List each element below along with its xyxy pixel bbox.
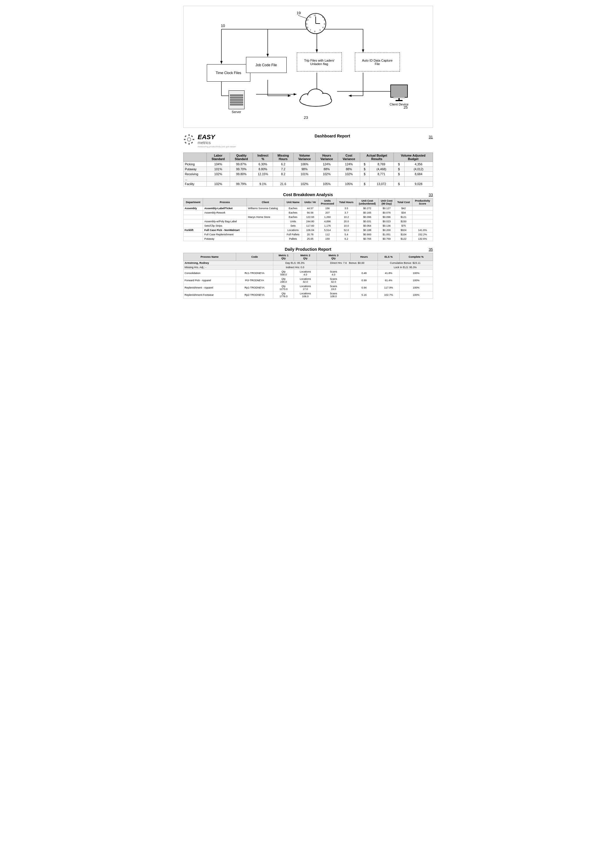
row-quality: 99.80% — [230, 171, 253, 176]
cb-ucost: $0.096 — [356, 215, 378, 219]
row-budget-sign: $ — [360, 181, 369, 186]
cb-uc90: $0.076 — [378, 210, 395, 215]
cb-client — [247, 232, 284, 237]
dp-els: 117.9% — [378, 284, 400, 291]
cb-col-client: Client — [247, 198, 284, 206]
employee-indirect-hrs: Indirect Hrs: 0.0 — [273, 265, 317, 270]
svg-point-56 — [308, 90, 323, 103]
svg-marker-8 — [362, 49, 364, 52]
cb-score: 141.6% — [412, 228, 433, 232]
cb-process: Assembly-Label/Ticket — [203, 206, 247, 210]
cost-table-row: Assembly-Rework Eaches 56.56 207 3.7 $0.… — [183, 210, 433, 215]
cb-units: 1,176 — [318, 223, 336, 228]
svg-point-57 — [187, 138, 191, 141]
cb-unit: Pallets — [284, 237, 302, 241]
row-missing: 7.2 — [273, 167, 294, 171]
dp-els: 41.8% — [378, 270, 400, 277]
cb-tcost: $104 — [395, 232, 412, 237]
row-volume: 102% — [293, 181, 315, 186]
dashboard-ref: 31 — [429, 134, 433, 139]
row-missing: 8.2 — [273, 171, 294, 176]
dp-process: Forward Pick - Apparel — [183, 277, 236, 284]
cb-ucost: $0.188 — [356, 228, 378, 232]
cost-table-row: Assembly-w/Poly Bag-Label Units 244.80 4… — [183, 219, 433, 223]
svg-text:11: 11 — [309, 16, 311, 18]
row-missing: 21.6 — [273, 181, 294, 186]
cb-uph: 117.60 — [302, 223, 318, 228]
row-budget-sign: $ — [360, 167, 369, 171]
row-missing: 6.2 — [273, 162, 294, 167]
svg-text:7: 7 — [310, 29, 311, 31]
row-volume — [293, 176, 315, 181]
col-header-budget: Actual BudgetResults — [360, 152, 394, 162]
cb-units: 207 — [318, 210, 336, 215]
svg-marker-19 — [348, 95, 351, 97]
cb-unit: Eaches — [284, 215, 302, 219]
cb-uph: 122.93 — [302, 215, 318, 219]
dashboard-table-row: Putaway 101% 99.70% 8.80% 7.2 98% 88% 88… — [183, 167, 433, 171]
dp-m2: Locations4.0 — [294, 270, 317, 277]
cb-uc90: $0.127 — [378, 206, 395, 210]
cb-col-tcost: Total Cost — [395, 198, 412, 206]
cb-uc90: $0.023 — [378, 219, 395, 223]
dashboard-report-section: LaborStandard QualityStandard Indirect% … — [183, 152, 433, 186]
row-name: Picking — [183, 162, 207, 167]
row-quality — [230, 176, 253, 181]
row-budget-val: 8,771 — [369, 171, 394, 176]
dashboard-table-row: Picking 104% 99.87% 6.30% 6.2 106% 124% … — [183, 162, 433, 167]
row-adj-sign: $ — [394, 181, 404, 186]
row-name: Receiving — [183, 171, 207, 176]
dp-col-m2: Metric 2Qty — [294, 253, 317, 261]
row-hours: 105% — [316, 181, 338, 186]
dashboard-table: LaborStandard QualityStandard Indirect% … — [183, 152, 433, 186]
cb-dept — [183, 223, 203, 228]
row-volume: 98% — [293, 167, 315, 171]
cb-uc90: $0.136 — [378, 223, 395, 228]
dp-complete: 100% — [399, 291, 433, 298]
svg-text:3: 3 — [324, 23, 325, 25]
row-adj-sign: $ — [394, 162, 404, 167]
cb-client — [247, 228, 284, 232]
clock-diagram: 12 1 2 3 4 5 6 7 8 9 10 11 — [304, 12, 327, 36]
cb-uph: 20.78 — [302, 232, 318, 237]
cb-unit: Eaches — [284, 210, 302, 215]
cb-client — [247, 210, 284, 215]
logo-metrics: metrics — [198, 141, 236, 145]
cb-units: 159 — [318, 237, 336, 241]
cb-hours: 6.2 — [336, 237, 356, 241]
cost-breakdown-table: Department Process Client Unit Name Unit… — [183, 198, 433, 241]
cb-hours: 10.0 — [336, 223, 356, 228]
col-header-labor: LaborStandard — [207, 152, 230, 162]
row-indirect: 12.15% — [253, 171, 273, 176]
cb-score: 152.2% — [412, 232, 433, 237]
row-indirect: 9.1% — [253, 181, 273, 186]
logo-section: EASY metrics measuring productivity just… — [183, 134, 236, 148]
cb-col-unit: Unit Name — [284, 198, 302, 206]
cb-score — [412, 223, 433, 228]
dp-col-m3: Metric 3Qty — [317, 253, 350, 261]
dp-m3: Scans19.0 — [317, 284, 350, 291]
row-adj-sign: $ — [394, 167, 404, 171]
production-row: Replenishment - Apparel Rp1-TRODNEYA Qty… — [183, 284, 433, 291]
employee-direct-hrs: Direct Hrs: 7.6 Bonus: $0.00 — [317, 261, 378, 265]
svg-rect-62 — [185, 135, 186, 137]
cb-tcost: $121 — [395, 215, 412, 219]
svg-rect-64 — [191, 135, 193, 137]
dashboard-title: Dashboard Report — [236, 134, 429, 138]
col-header-hours: HoursVariance — [316, 152, 338, 162]
dp-m2: Locations17.0 — [294, 284, 317, 291]
dp-code: Rp2-TRODNEYA — [236, 291, 273, 298]
dp-col-hours: Hours — [350, 253, 378, 261]
cost-table-row: Putaway Pallets 25.65 159 6.2 $0.765 $0.… — [183, 237, 433, 241]
logo-easy: EASY — [198, 134, 236, 141]
row-labor: 102% — [207, 181, 230, 186]
cb-process — [203, 215, 247, 219]
daily-production-section: Daily Production Report 35 Process Name … — [183, 247, 433, 299]
cb-dept: Assembly — [183, 206, 203, 210]
col-header-quality: QualityStandard — [230, 152, 253, 162]
dp-els: 102.7% — [378, 291, 400, 298]
dp-code: Rc1-TRODNEYA — [236, 270, 273, 277]
row-budget-val: 13,072 — [369, 181, 394, 186]
svg-rect-59 — [189, 143, 190, 145]
cb-client — [247, 223, 284, 228]
